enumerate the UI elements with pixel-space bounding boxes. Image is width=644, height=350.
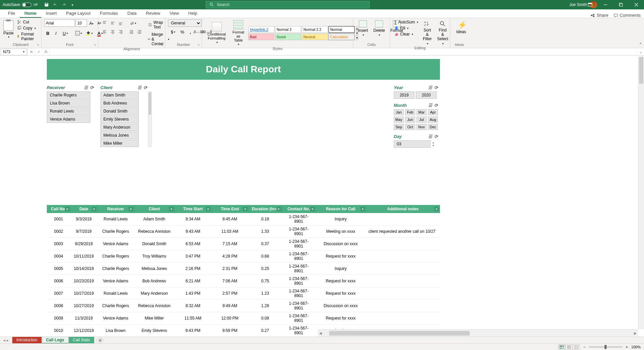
table-cell[interactable]: 6:53 AM (174, 238, 211, 250)
table-row[interactable]: 00039/29/2019Venice AdamsDonald Smith6:5… (47, 238, 440, 250)
filter-dropdown-icon[interactable]: ▾ (169, 207, 174, 211)
table-cell[interactable]: 1-234-567-8901 (282, 312, 315, 325)
name-box[interactable]: N73▾ (1, 49, 27, 55)
table-cell[interactable]: Adam Smith (134, 213, 174, 225)
multiselect-icon[interactable]: ☰ (428, 103, 432, 108)
column-header[interactable]: Client▾ (134, 205, 174, 213)
column-header[interactable]: Duration (hrs)▾ (248, 205, 282, 213)
style-cell[interactable]: Bad (248, 33, 274, 40)
table-row[interactable]: 000610/23/2019Venice AdamsBob Andrews6:2… (47, 275, 440, 287)
tab-file[interactable]: File (3, 9, 20, 18)
table-cell[interactable]: 0007 (47, 287, 70, 300)
table-row[interactable]: 000710/27/2019Ronald LewisMary Anderson1… (47, 287, 440, 300)
table-cell[interactable] (366, 300, 440, 312)
increase-indent-button[interactable] (136, 28, 143, 36)
table-cell[interactable]: 9/3/2019 (70, 213, 97, 225)
slicer-item[interactable]: 03 (394, 140, 431, 148)
column-header[interactable]: Reason for Call▾ (315, 205, 366, 213)
clear-filter-icon[interactable]: ⟳ (90, 85, 94, 90)
filter-dropdown-icon[interactable]: ▾ (65, 207, 70, 211)
slicer-item[interactable]: Dec (428, 124, 438, 130)
accounting-format-button[interactable]: $▾ (168, 28, 178, 36)
multiselect-icon[interactable]: ☰ (428, 134, 432, 139)
page-break-view-button[interactable] (573, 344, 580, 350)
conditional-formatting-button[interactable]: Conditional Formatting▾ (205, 21, 228, 45)
table-cell[interactable]: Request for xxxx (315, 250, 366, 263)
number-format-select[interactable]: General (168, 19, 201, 27)
table-cell[interactable]: Melissa Jones (134, 263, 174, 275)
style-cell[interactable]: Normal 2 (275, 26, 301, 33)
column-header[interactable]: Contact No.▾ (282, 205, 315, 213)
table-cell[interactable] (366, 275, 440, 287)
table-cell[interactable]: 1.28 (248, 300, 282, 312)
horizontal-scrollbar[interactable]: ◂ ▸ (318, 329, 638, 337)
filter-dropdown-icon[interactable]: ▾ (360, 207, 365, 211)
worksheet-area[interactable]: Daily Call Report Receiver ☰⟳ Charlie Ro… (0, 56, 644, 337)
table-row[interactable]: 00019/3/2019Ronald LewisAdam Smith8:34 A… (47, 213, 440, 225)
bold-button[interactable]: B (44, 29, 52, 37)
align-left-button[interactable] (101, 28, 108, 36)
tab-data[interactable]: Data (123, 9, 141, 18)
filter-dropdown-icon[interactable]: ▾ (310, 207, 315, 211)
new-sheet-button[interactable]: ⊕ (96, 337, 104, 343)
table-cell[interactable]: Donald Smith (134, 238, 174, 250)
slicer-item[interactable]: Emily Stevens (100, 116, 139, 123)
increase-font-button[interactable]: A▴ (88, 19, 95, 27)
table-cell[interactable]: Lisa Brown (97, 325, 134, 337)
table-cell[interactable]: Charlie Rogers (97, 250, 134, 263)
scroll-right-button[interactable]: ▸ (633, 330, 638, 336)
style-cell[interactable]: Good (275, 33, 301, 40)
table-cell[interactable]: 2:57 PM (211, 287, 248, 300)
sheet-tab[interactable]: Introduction (12, 337, 42, 344)
table-cell[interactable]: 10/27/2019 (70, 287, 97, 300)
table-cell[interactable] (366, 213, 440, 225)
slicer-item[interactable]: Aug (428, 117, 438, 123)
column-header[interactable]: Additional notes▾ (366, 205, 440, 213)
slicer-item[interactable]: Nov (417, 124, 427, 130)
sheet-nav-first[interactable]: ◂ (3, 338, 5, 343)
cut-button[interactable]: Cut (16, 19, 38, 25)
table-cell[interactable]: Bob Andrews (134, 275, 174, 287)
table-cell[interactable]: 12/12/2019 (70, 325, 97, 337)
slicer-scrollbar[interactable] (148, 91, 152, 147)
close-button[interactable] (629, 0, 644, 9)
table-cell[interactable]: 8:32 AM (174, 300, 211, 312)
find-select-button[interactable]: Find & Select▾ (435, 19, 450, 46)
share-button[interactable]: Share (590, 13, 608, 18)
table-row[interactable]: 00029/7/2019Charlie RogersRebecca Annist… (47, 225, 440, 238)
table-cell[interactable]: 2:31 PM (211, 263, 248, 275)
table-cell[interactable]: 0.68 (248, 250, 282, 263)
decrease-indent-button[interactable] (128, 28, 135, 36)
scroll-left-button[interactable]: ◂ (318, 330, 323, 336)
table-cell[interactable]: Venice Adams (97, 238, 134, 250)
table-row[interactable]: 000410/11/2019Charlie RogersTroy William… (47, 250, 440, 263)
slicer-item[interactable]: Bob Andrews (100, 99, 139, 107)
slicer-item[interactable]: Jun (405, 117, 415, 123)
sheet-tab[interactable]: Call Logs (42, 337, 69, 344)
ideas-button[interactable]: ⚡ Ideas (453, 19, 469, 36)
table-cell[interactable]: Charlie Rogers (97, 225, 134, 238)
table-cell[interactable] (366, 312, 440, 325)
clear-filter-icon[interactable]: ⟳ (434, 85, 438, 90)
zoom-level[interactable]: 100% (631, 345, 641, 349)
table-row[interactable]: 000911/3/2019Venice AdamsMike Miller11:5… (47, 312, 440, 325)
table-cell[interactable]: 10/14/2019 (70, 263, 97, 275)
tab-view[interactable]: View (165, 9, 184, 18)
filter-dropdown-icon[interactable]: ▾ (434, 207, 439, 211)
comments-button[interactable]: Comments (614, 13, 641, 18)
table-cell[interactable]: Rebecca Anniston (134, 300, 174, 312)
paste-button[interactable]: Paste ▾ (3, 19, 14, 39)
delete-cells-button[interactable]: Delete▾ (371, 19, 387, 37)
slicer-item[interactable]: Sep (394, 124, 404, 130)
table-cell[interactable]: 0006 (47, 275, 70, 287)
sort-filter-button[interactable]: AZSort & Filter▾ (421, 19, 434, 46)
table-cell[interactable]: 0004 (47, 250, 70, 263)
clear-filter-icon[interactable]: ⟳ (434, 103, 438, 108)
spinner-down[interactable]: ▾ (433, 144, 434, 147)
slicer-item[interactable]: Venice Adams (47, 116, 90, 123)
slicer-item[interactable]: Apr (428, 109, 438, 115)
align-bottom-button[interactable] (117, 19, 124, 27)
table-cell[interactable]: 12:00 PM (211, 312, 248, 325)
table-cell[interactable]: 0.37 (248, 238, 282, 250)
style-cell[interactable]: Normal (329, 26, 355, 33)
